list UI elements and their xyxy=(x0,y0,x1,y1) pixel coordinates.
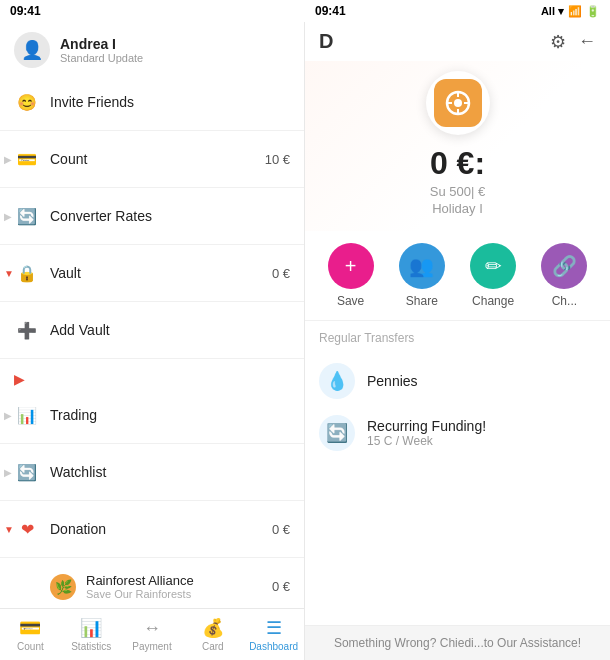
rainforest-icon: 🌿 xyxy=(50,574,76,600)
save-circle: + xyxy=(328,243,374,289)
trading-icon: 📊 xyxy=(14,402,40,428)
action-save[interactable]: + Save xyxy=(328,243,374,308)
rainforest-value: 0 € xyxy=(272,579,290,594)
help-text: Something Wrong? Chiedi...to Our Assista… xyxy=(334,636,581,650)
rainforest-label: Rainforest Alliance xyxy=(86,573,272,588)
nav-stats-icon: 📊 xyxy=(80,617,102,639)
count-chevron: ▶ xyxy=(4,154,12,165)
avatar: 👤 xyxy=(14,32,50,68)
right-panel: D ⚙ ← 0 €: xyxy=(305,22,610,660)
invite-label: Invite Friends xyxy=(50,94,290,110)
header-icons: ⚙ ← xyxy=(550,31,596,53)
nav-item-statistics[interactable]: 📊 Statistics xyxy=(61,609,122,660)
nav-count-icon: 💳 xyxy=(19,617,41,639)
transfers-title: Regular Transfers xyxy=(319,331,596,345)
pennies-icon: 💧 xyxy=(319,363,355,399)
trading-section-icon: ▶ xyxy=(14,371,25,387)
save-label: Save xyxy=(337,294,364,308)
nav-dashboard-label: Dashboard xyxy=(249,641,298,652)
vault-label: Vault xyxy=(50,265,272,281)
menu-item-donation[interactable]: ▼ ❤ Donation 0 € xyxy=(0,505,304,553)
divider-5 xyxy=(0,358,304,359)
back-icon[interactable]: ← xyxy=(578,31,596,52)
main-container: 👤 Andrea I Standard Update 😊 Invite Frie… xyxy=(0,22,610,660)
change-label: Change xyxy=(472,294,514,308)
vault-hero: 0 €: Su 500| € Holiday I xyxy=(305,61,610,231)
user-name: Andrea I xyxy=(60,36,143,52)
addvault-label: Add Vault xyxy=(50,322,290,338)
divider-7 xyxy=(0,500,304,501)
nav-item-card[interactable]: 💰 Card xyxy=(182,609,243,660)
share-label: Share xyxy=(406,294,438,308)
action-other[interactable]: 🔗 Ch... xyxy=(541,243,587,308)
signal-text: All ▾ xyxy=(541,5,564,18)
right-status-icons: All ▾ 📶 🔋 xyxy=(541,5,600,18)
transfers-section: Regular Transfers 💧 Pennies 🔄 Recurring … xyxy=(305,321,610,625)
count-label: Count xyxy=(50,151,265,167)
menu-item-trading[interactable]: ▶ 📊 Trading xyxy=(0,391,304,439)
menu-item-converter[interactable]: ▶ 🔄 Converter Rates xyxy=(0,192,304,240)
dual-status-bar: 09:41 09:41 All ▾ 📶 🔋 xyxy=(0,0,610,22)
help-bar[interactable]: Something Wrong? Chiedi...to Our Assista… xyxy=(305,625,610,660)
converter-chevron: ▶ xyxy=(4,211,12,222)
user-header: 👤 Andrea I Standard Update xyxy=(0,22,304,78)
left-status-bar: 09:41 xyxy=(0,0,305,22)
donation-value: 0 € xyxy=(272,522,290,537)
menu-item-count[interactable]: ▶ 💳 Count 10 € xyxy=(0,135,304,183)
share-circle: 👥 xyxy=(399,243,445,289)
action-change[interactable]: ✏ Change xyxy=(470,243,516,308)
vault-logo-circle xyxy=(426,71,490,135)
menu-item-watchlist[interactable]: ▶ 🔄 Watchlist xyxy=(0,448,304,496)
menu-item-invite[interactable]: 😊 Invite Friends xyxy=(0,78,304,126)
left-panel: 👤 Andrea I Standard Update 😊 Invite Frie… xyxy=(0,22,305,660)
user-subtitle: Standard Update xyxy=(60,52,143,64)
converter-label: Converter Rates xyxy=(50,208,290,224)
recurring-sub: 15 C / Week xyxy=(367,434,486,448)
vault-value: 0 € xyxy=(272,266,290,281)
recurring-name: Recurring Funding! xyxy=(367,418,486,434)
svg-point-1 xyxy=(454,99,462,107)
pennies-info: Pennies xyxy=(367,373,418,389)
change-circle: ✏ xyxy=(470,243,516,289)
nav-item-count[interactable]: 💳 Count xyxy=(0,609,61,660)
watchlist-chevron: ▶ xyxy=(4,467,12,478)
action-share[interactable]: 👥 Share xyxy=(399,243,445,308)
nav-count-label: Count xyxy=(17,641,44,652)
nav-card-icon: 💰 xyxy=(202,617,224,639)
donation-icon: ❤ xyxy=(14,516,40,542)
count-icon: 💳 xyxy=(14,146,40,172)
invite-icon: 😊 xyxy=(14,89,40,115)
nav-payment-icon: ↔ xyxy=(143,618,161,639)
divider-1 xyxy=(0,130,304,131)
trading-section-header: ▶ xyxy=(0,363,304,391)
converter-icon: 🔄 xyxy=(14,203,40,229)
user-info: Andrea I Standard Update xyxy=(60,36,143,64)
battery-icon: 🔋 xyxy=(586,5,600,18)
nav-dashboard-icon: ☰ xyxy=(266,617,282,639)
divider-3 xyxy=(0,244,304,245)
watchlist-icon: 🔄 xyxy=(14,459,40,485)
divider-6 xyxy=(0,443,304,444)
menu-item-rainforest[interactable]: 🌿 Rainforest Alliance Save Our Rainfores… xyxy=(0,562,304,608)
nav-item-dashboard[interactable]: ☰ Dashboard xyxy=(243,609,304,660)
donation-chevron: ▼ xyxy=(4,524,14,535)
menu-item-vault[interactable]: ▼ 🔒 Vault 0 € xyxy=(0,249,304,297)
rainforest-sublabel: Save Our Rainforests xyxy=(86,588,272,600)
menu-item-addvault[interactable]: ➕ Add Vault xyxy=(0,306,304,354)
vault-initial: D xyxy=(319,30,333,53)
pennies-name: Pennies xyxy=(367,373,418,389)
count-value: 10 € xyxy=(265,152,290,167)
recurring-icon: 🔄 xyxy=(319,415,355,451)
gear-icon[interactable]: ⚙ xyxy=(550,31,566,53)
bottom-nav: 💳 Count 📊 Statistics ↔ Payment 💰 Card ☰ … xyxy=(0,608,304,660)
nav-payment-label: Payment xyxy=(132,641,171,652)
menu-list: 😊 Invite Friends ▶ 💳 Count 10 € ▶ 🔄 Conv… xyxy=(0,78,304,608)
trading-label: Trading xyxy=(50,407,290,423)
nav-item-payment[interactable]: ↔ Payment xyxy=(122,609,183,660)
transfer-item-pennies[interactable]: 💧 Pennies xyxy=(319,355,596,407)
trading-chevron: ▶ xyxy=(4,410,12,421)
right-status-bar: 09:41 All ▾ 📶 🔋 xyxy=(305,0,610,22)
nav-stats-label: Statistics xyxy=(71,641,111,652)
transfer-item-recurring[interactable]: 🔄 Recurring Funding! 15 C / Week xyxy=(319,407,596,459)
divider-8 xyxy=(0,557,304,558)
